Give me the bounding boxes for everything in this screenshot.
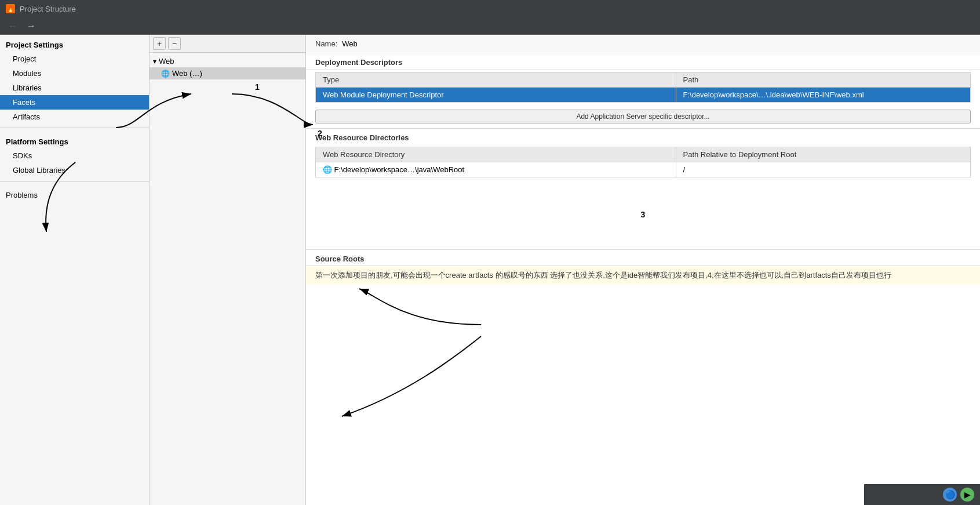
name-value: Web: [342, 39, 358, 48]
col-web-dir: Web Resource Directory: [316, 147, 676, 162]
sidebar-item-sdks[interactable]: SDKs: [0, 148, 149, 163]
deployment-descriptors-title: Deployment Descriptors: [306, 53, 980, 70]
middle-panel: + − ▾ Web 🌐 Web (…): [150, 35, 306, 505]
sidebar-item-facets[interactable]: Facets: [0, 95, 149, 110]
nav-row: ← →: [0, 17, 980, 35]
sidebar: Project Settings Project Modules Librari…: [0, 35, 150, 505]
tree-parent-web[interactable]: ▾ Web: [150, 55, 305, 67]
sidebar-divider-2: [0, 181, 149, 181]
forward-button[interactable]: →: [23, 20, 39, 32]
sidebar-problems[interactable]: Problems: [0, 185, 149, 202]
back-button[interactable]: ←: [5, 20, 21, 32]
deployment-path-cell: F:\develop\workspace\…\.idea\web\WEB-INF…: [676, 88, 971, 103]
web-resource-table-container: Web Resource Directory Path Relative to …: [315, 147, 971, 177]
middle-toolbar: + −: [150, 35, 305, 53]
web-path-relative-cell: /: [676, 162, 971, 177]
app-icon: 🔥: [6, 4, 15, 13]
source-roots-title: Source Roots: [306, 249, 980, 266]
sidebar-item-artifacts[interactable]: Artifacts: [0, 110, 149, 124]
taskbar: 🔵 ▶: [864, 484, 980, 505]
tree-child-label: Web (…): [172, 69, 202, 78]
content-header: Name: Web: [306, 35, 980, 53]
taskbar-icon-2[interactable]: ▶: [960, 488, 974, 502]
sidebar-item-project[interactable]: Project: [0, 52, 149, 66]
deployment-table-row[interactable]: Web Module Deployment DescriptorF:\devel…: [316, 88, 971, 103]
web-resource-title: Web Resource Directories: [306, 128, 980, 144]
app-icon-symbol: 🔥: [7, 6, 14, 12]
taskbar-icon-1[interactable]: 🔵: [943, 488, 957, 502]
deployment-table-container: Type Path Web Module Deployment Descript…: [315, 72, 971, 103]
col-path: Path: [676, 72, 971, 88]
window-title: Project Structure: [20, 5, 76, 13]
sidebar-item-libraries[interactable]: Libraries: [0, 81, 149, 95]
sidebar-divider: [0, 128, 149, 128]
platform-settings-header: Platform Settings: [0, 132, 149, 148]
sidebar-item-modules[interactable]: Modules: [0, 66, 149, 81]
name-label: Name:: [315, 39, 337, 48]
project-settings-header: Project Settings: [0, 35, 149, 52]
spacer-annotation3: 3: [306, 180, 980, 249]
add-facet-button[interactable]: +: [153, 37, 166, 50]
web-resource-table-row[interactable]: 🌐 F:\develop\workspace…\java\WebRoot/: [316, 162, 971, 177]
main-layout: Project Settings Project Modules Librari…: [0, 35, 980, 505]
web-facet-icon: 🌐: [161, 70, 170, 78]
bottom-note: 第一次添加项目的朋友,可能会出现一个create artfacts 的感叹号的东…: [306, 266, 980, 285]
add-server-descriptor-button[interactable]: Add Application Server specific descript…: [315, 110, 971, 123]
title-bar: 🔥 Project Structure: [0, 0, 980, 17]
content-panel: Name: Web Deployment Descriptors Type Pa…: [306, 35, 980, 505]
annotation-3-label: 3: [641, 210, 646, 219]
chevron-icon: ▾: [153, 57, 156, 66]
web-resource-table: Web Resource Directory Path Relative to …: [315, 147, 971, 177]
web-dir-cell: 🌐 F:\develop\workspace…\java\WebRoot: [316, 162, 676, 177]
col-path-rel: Path Relative to Deployment Root: [676, 147, 971, 162]
deployment-type-cell: Web Module Deployment Descriptor: [316, 88, 676, 103]
tree-child-web[interactable]: 🌐 Web (…): [150, 67, 305, 79]
tree-parent-label: Web: [159, 57, 174, 66]
deployment-table: Type Path Web Module Deployment Descript…: [315, 72, 971, 103]
remove-facet-button[interactable]: −: [168, 37, 181, 50]
col-type: Type: [316, 72, 676, 88]
facet-tree: ▾ Web 🌐 Web (…): [150, 53, 305, 505]
sidebar-item-global-libraries[interactable]: Global Libraries: [0, 163, 149, 177]
